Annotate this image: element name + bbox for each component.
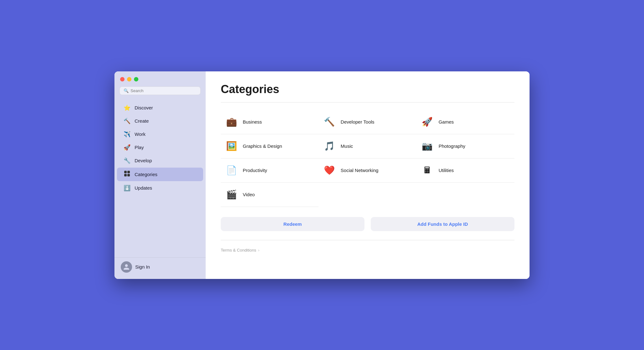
business-icon: 💼 bbox=[225, 115, 238, 129]
category-item-music[interactable]: 🎵 Music bbox=[319, 134, 416, 158]
sidebar-item-label-play: Play bbox=[135, 145, 144, 150]
category-label-graphics-design: Graphics & Design bbox=[243, 143, 282, 149]
sidebar-item-updates[interactable]: ⬇️ Updates bbox=[117, 182, 203, 194]
sidebar-bottom: Sign In bbox=[114, 257, 206, 279]
bottom-divider bbox=[221, 240, 514, 240]
svg-rect-1 bbox=[127, 171, 130, 173]
svg-rect-3 bbox=[127, 174, 130, 176]
category-item-video[interactable]: 🎬 Video bbox=[221, 183, 319, 207]
sidebar-item-work[interactable]: ✈️ Work bbox=[117, 128, 203, 141]
page-title: Categories bbox=[221, 83, 514, 96]
rocket-icon: 🚀 bbox=[123, 144, 131, 151]
photography-icon: 📷 bbox=[420, 139, 434, 153]
search-icon: 🔍 bbox=[124, 88, 129, 93]
hammer-icon: 🔨 bbox=[123, 118, 131, 125]
sidebar: 🔍 ⭐ Discover 🔨 Create ✈️ Work 🚀 Play bbox=[114, 71, 206, 279]
maximize-button[interactable] bbox=[134, 77, 138, 81]
traffic-lights bbox=[114, 71, 206, 86]
category-item-utilities[interactable]: 🖩 Utilities bbox=[417, 158, 514, 183]
wrench-icon: 🔧 bbox=[123, 157, 131, 164]
redeem-button[interactable]: Redeem bbox=[221, 217, 364, 231]
category-label-games: Games bbox=[439, 119, 454, 125]
category-item-developer-tools[interactable]: 🔨 Developer Tools bbox=[319, 110, 416, 134]
close-button[interactable] bbox=[120, 77, 125, 81]
category-label-productivity: Productivity bbox=[243, 168, 267, 173]
sidebar-item-label-updates: Updates bbox=[135, 185, 152, 191]
minimize-button[interactable] bbox=[127, 77, 131, 81]
productivity-icon: 📄 bbox=[225, 164, 238, 177]
avatar bbox=[121, 261, 132, 273]
svg-rect-2 bbox=[124, 174, 127, 176]
graphics-design-icon: 🖼️ bbox=[225, 139, 238, 153]
sidebar-item-label-work: Work bbox=[135, 131, 146, 137]
developer-tools-icon: 🔨 bbox=[322, 115, 336, 129]
category-label-photography: Photography bbox=[439, 143, 465, 149]
sidebar-item-label-create: Create bbox=[135, 118, 149, 124]
app-window: 🔍 ⭐ Discover 🔨 Create ✈️ Work 🚀 Play bbox=[114, 71, 530, 279]
nav-items: ⭐ Discover 🔨 Create ✈️ Work 🚀 Play 🔧 Dev… bbox=[114, 100, 206, 257]
category-label-music: Music bbox=[341, 143, 353, 149]
categories-grid: 💼 Business 🔨 Developer Tools 🚀 Games 🖼️ … bbox=[221, 110, 514, 207]
games-icon: 🚀 bbox=[420, 115, 434, 129]
utilities-icon: 🖩 bbox=[420, 164, 434, 177]
download-icon: ⬇️ bbox=[123, 185, 131, 192]
chevron-right-icon: › bbox=[258, 248, 259, 253]
sidebar-item-label-discover: Discover bbox=[135, 105, 153, 110]
sidebar-item-categories[interactable]: Categories bbox=[117, 168, 203, 181]
category-item-productivity[interactable]: 📄 Productivity bbox=[221, 158, 319, 183]
category-label-business: Business bbox=[243, 119, 262, 125]
category-item-graphics-design[interactable]: 🖼️ Graphics & Design bbox=[221, 134, 319, 158]
add-funds-button[interactable]: Add Funds to Apple ID bbox=[371, 217, 514, 231]
category-item-business[interactable]: 💼 Business bbox=[221, 110, 319, 134]
category-item-games[interactable]: 🚀 Games bbox=[417, 110, 514, 134]
sidebar-item-label-categories: Categories bbox=[135, 172, 158, 177]
sidebar-item-discover[interactable]: ⭐ Discover bbox=[117, 102, 203, 114]
svg-rect-0 bbox=[124, 171, 127, 173]
search-input[interactable] bbox=[130, 88, 197, 93]
category-label-social-networking: Social Networking bbox=[341, 168, 378, 173]
sign-in-row[interactable]: Sign In bbox=[121, 261, 199, 273]
music-icon: 🎵 bbox=[322, 139, 336, 153]
search-box[interactable]: 🔍 bbox=[119, 86, 201, 95]
sidebar-item-play[interactable]: 🚀 Play bbox=[117, 141, 203, 154]
category-label-developer-tools: Developer Tools bbox=[341, 119, 374, 125]
social-networking-icon: ❤️ bbox=[322, 164, 336, 177]
terms-row[interactable]: Terms & Conditions › bbox=[221, 248, 514, 253]
category-label-utilities: Utilities bbox=[439, 168, 454, 173]
video-icon: 🎬 bbox=[225, 188, 238, 202]
plane-icon: ✈️ bbox=[123, 131, 131, 138]
sign-in-label: Sign In bbox=[135, 264, 150, 269]
sidebar-item-develop[interactable]: 🔧 Develop bbox=[117, 154, 203, 167]
sidebar-item-label-develop: Develop bbox=[135, 158, 152, 163]
main-content: Categories 💼 Business 🔨 Developer Tools … bbox=[206, 71, 530, 279]
search-container: 🔍 bbox=[114, 86, 206, 100]
top-divider bbox=[221, 102, 514, 103]
star-icon: ⭐ bbox=[123, 104, 131, 111]
actions-row: Redeem Add Funds to Apple ID bbox=[221, 217, 514, 231]
terms-label: Terms & Conditions bbox=[221, 248, 256, 253]
category-item-photography[interactable]: 📷 Photography bbox=[417, 134, 514, 158]
category-label-video: Video bbox=[243, 192, 255, 197]
category-item-social-networking[interactable]: ❤️ Social Networking bbox=[319, 158, 416, 183]
sidebar-item-create[interactable]: 🔨 Create bbox=[117, 115, 203, 127]
categories-icon bbox=[123, 170, 131, 178]
